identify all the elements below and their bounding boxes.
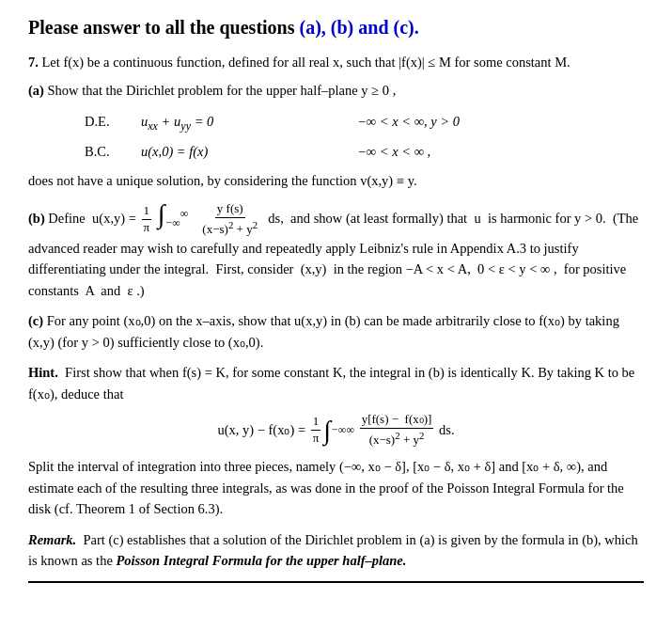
hint-frac: 1 π	[311, 414, 321, 447]
part-b-section: (b) Define u(x,y) = 1 π ∫−∞∞ y f(s) (x−s…	[28, 201, 644, 302]
de-condition: −∞ < x < ∞, y > 0	[357, 109, 460, 135]
part-b-label: (b)	[28, 211, 45, 226]
part-c-label: (c)	[28, 313, 43, 328]
remark-label: Remark.	[28, 532, 76, 547]
bc-label: B.C.	[85, 139, 113, 165]
part-c-section: (c) For any point (x₀,0) on the x–axis, …	[28, 310, 644, 353]
math-block-a: D.E. uxx + uyy = 0 −∞ < x < ∞, y > 0 B.C…	[85, 109, 644, 165]
hint-section: Hint. First show that when f(s) = K, for…	[28, 362, 644, 519]
page-title: Please answer to all the questions (a), …	[28, 17, 644, 39]
b-integral-sign: ∫	[158, 199, 165, 228]
bottom-border	[28, 581, 644, 583]
bc-expr: u(x,0) = f(x)	[141, 139, 329, 165]
remark-bold: Poisson Integral Formula for the upper h…	[116, 553, 406, 568]
part-c-text: For any point (x₀,0) on the x–axis, show…	[28, 313, 619, 349]
hint-label: Hint.	[28, 365, 58, 380]
title-text: Please answer to all the questions	[28, 17, 300, 38]
title-colored: (a), (b) and (c).	[300, 17, 419, 38]
de-expr: uxx + uyy = 0	[141, 109, 329, 137]
b-integrand-fraction: y f(s) (x−s)2 + y2	[200, 201, 259, 238]
bc-row: B.C. u(x,0) = f(x) −∞ < x < ∞ ,	[85, 139, 644, 165]
part-a-section: (a) Show that the Dirichlet problem for …	[28, 80, 644, 191]
de-label: D.E.	[85, 109, 113, 135]
de-row: D.E. uxx + uyy = 0 −∞ < x < ∞, y > 0	[85, 109, 644, 137]
hint-integral: ∫	[323, 417, 331, 444]
part-a-text: Show that the Dirichlet problem for the …	[48, 83, 397, 98]
hint-integrand: y[f(s) − f(x₀)] (x−s)2 + y2	[360, 412, 434, 449]
part-a-label: (a)	[28, 83, 44, 98]
hint-formula: u(x, y) − f(x₀) = 1 π ∫−∞∞ y[f(s) − f(x₀…	[28, 412, 644, 449]
problem-number: 7.	[28, 55, 39, 70]
problem-intro: 7. Let f(x) be a continuous function, de…	[28, 52, 644, 72]
hint-text-2: Split the interval of integration into t…	[28, 456, 644, 519]
bc-condition: −∞ < x < ∞ ,	[357, 139, 430, 165]
b-outer-fraction: 1 π	[142, 203, 152, 236]
part-a-conclusion: does not have a unique solution, by cons…	[28, 170, 644, 191]
hint-text-1: First show that when f(s) = K, for some …	[28, 365, 634, 401]
intro-text: Let f(x) be a continuous function, defin…	[42, 55, 570, 70]
remark-section: Remark. Part (c) establishes that a solu…	[28, 529, 644, 572]
